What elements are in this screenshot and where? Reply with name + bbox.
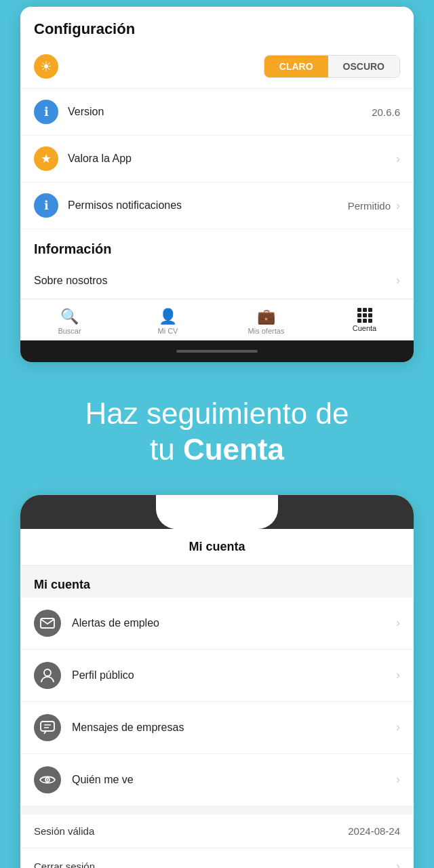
chevron-icon-perfil: › bbox=[396, 668, 400, 682]
chevron-icon-quien: › bbox=[396, 772, 400, 787]
headline-bold: Cuenta bbox=[183, 433, 284, 466]
nav-mis-ofertas-label: Mis ofertas bbox=[248, 327, 285, 335]
session-valid-row: Sesión válida 2024-08-24 bbox=[20, 814, 414, 848]
star-icon: ★ bbox=[34, 146, 58, 171]
version-item: ℹ Version 20.6.6 bbox=[20, 89, 414, 136]
notch-cutout bbox=[156, 495, 278, 529]
bottom-nav: 🔍 Buscar 👤 Mi CV 💼 Mis ofertas Cuenta bbox=[20, 299, 414, 340]
mensajes-label: Mensajes de empresas bbox=[72, 722, 396, 734]
perfil-publico-item[interactable]: Perfil público › bbox=[20, 650, 414, 702]
version-value: 20.6.6 bbox=[372, 106, 400, 118]
grid-icon bbox=[357, 308, 372, 323]
theme-toggle[interactable]: CLARO OSCURO bbox=[264, 55, 400, 78]
svg-point-1 bbox=[44, 669, 51, 676]
nav-mi-cv-label: Mi CV bbox=[158, 327, 178, 335]
permisos-label: Permisos notificaciones bbox=[68, 199, 348, 212]
bottom-phone-screen: Mi cuenta Mi cuenta Alertas de empleo › bbox=[20, 495, 414, 868]
top-phone-screen: Configuración ☀ CLARO OSCURO ℹ Version 2… bbox=[20, 7, 414, 362]
envelope-icon bbox=[34, 610, 61, 637]
oscuro-button[interactable]: OSCURO bbox=[328, 56, 399, 77]
svg-rect-2 bbox=[41, 722, 54, 731]
person-icon: 👤 bbox=[159, 308, 177, 326]
permisos-item[interactable]: ℹ Permisos notificaciones Permitido › bbox=[20, 182, 414, 229]
account-list: Alertas de empleo › Perfil público › bbox=[20, 597, 414, 806]
alertas-empleo-item[interactable]: Alertas de empleo › bbox=[20, 597, 414, 650]
chevron-icon-mensajes: › bbox=[396, 720, 400, 734]
nav-mis-ofertas[interactable]: 💼 Mis ofertas bbox=[217, 305, 315, 338]
mi-cuenta-section-header: Mi cuenta bbox=[20, 566, 414, 597]
chat-icon bbox=[34, 714, 61, 741]
alertas-label: Alertas de empleo bbox=[72, 617, 396, 629]
info-icon-permisos: ℹ bbox=[34, 193, 58, 218]
person-profile-icon bbox=[34, 662, 61, 689]
settings-list: ℹ Version 20.6.6 ★ Valora la App › ℹ Per… bbox=[20, 89, 414, 229]
sun-icon: ☀ bbox=[34, 54, 58, 79]
info-icon-version: ℹ bbox=[34, 100, 58, 124]
screen-content: Mi cuenta Mi cuenta Alertas de empleo › bbox=[20, 529, 414, 868]
mi-cuenta-section-title: Mi cuenta bbox=[34, 578, 90, 591]
quien-me-ve-label: Quién me ve bbox=[72, 774, 396, 786]
mensajes-empresas-item[interactable]: Mensajes de empresas › bbox=[20, 702, 414, 754]
search-icon: 🔍 bbox=[60, 308, 79, 326]
briefcase-icon: 💼 bbox=[257, 308, 275, 326]
headline-text: Haz seguimiento de tu Cuenta bbox=[20, 396, 414, 468]
nav-mi-cv[interactable]: 👤 Mi CV bbox=[119, 305, 217, 338]
sobre-nosotros-item[interactable]: Sobre nosotros › bbox=[20, 262, 414, 299]
nav-cuenta-label: Cuenta bbox=[353, 324, 376, 332]
svg-point-6 bbox=[47, 778, 48, 780]
headline-section: Haz seguimiento de tu Cuenta bbox=[0, 362, 434, 495]
home-bar bbox=[176, 350, 258, 353]
session-valid-value: 2024-08-24 bbox=[348, 825, 400, 837]
permisos-value: Permitido bbox=[348, 200, 391, 212]
chevron-icon-sobre: › bbox=[396, 273, 400, 288]
config-title: Configuración bbox=[34, 20, 135, 37]
cerrar-sesion-row[interactable]: Cerrar sesión › bbox=[20, 848, 414, 868]
nav-buscar-label: Buscar bbox=[58, 327, 81, 335]
chevron-icon-alertas: › bbox=[396, 616, 400, 630]
headline-line1: Haz seguimiento de bbox=[85, 397, 349, 430]
notch-bar bbox=[20, 495, 414, 529]
info-section-title: Información bbox=[34, 241, 111, 256]
chevron-icon-valora: › bbox=[396, 152, 400, 166]
perfil-label: Perfil público bbox=[72, 669, 396, 682]
nav-cuenta[interactable]: Cuenta bbox=[315, 305, 414, 338]
valora-item[interactable]: ★ Valora la App › bbox=[20, 136, 414, 182]
version-label: Version bbox=[68, 106, 372, 118]
screen-title: Mi cuenta bbox=[189, 540, 245, 553]
valora-label: Valora la App bbox=[68, 153, 391, 165]
session-valid-label: Sesión válida bbox=[34, 825, 94, 837]
sobre-nosotros-label: Sobre nosotros bbox=[34, 275, 391, 287]
cerrar-sesion-label: Cerrar sesión bbox=[34, 861, 95, 868]
chevron-icon-permisos: › bbox=[396, 199, 400, 213]
chevron-icon-cerrar: › bbox=[396, 859, 400, 868]
nav-buscar[interactable]: 🔍 Buscar bbox=[20, 305, 119, 338]
config-header: Configuración bbox=[20, 7, 414, 45]
headline-line2: tu bbox=[150, 433, 183, 466]
eye-icon bbox=[34, 766, 61, 793]
session-section: Sesión válida 2024-08-24 Cerrar sesión › bbox=[20, 814, 414, 868]
info-section-header: Información bbox=[20, 229, 414, 262]
claro-button[interactable]: CLARO bbox=[264, 56, 328, 77]
screen-title-bar: Mi cuenta bbox=[20, 529, 414, 566]
theme-row: ☀ CLARO OSCURO bbox=[20, 45, 414, 89]
home-indicator bbox=[20, 340, 414, 362]
quien-me-ve-item[interactable]: Quién me ve › bbox=[20, 754, 414, 806]
